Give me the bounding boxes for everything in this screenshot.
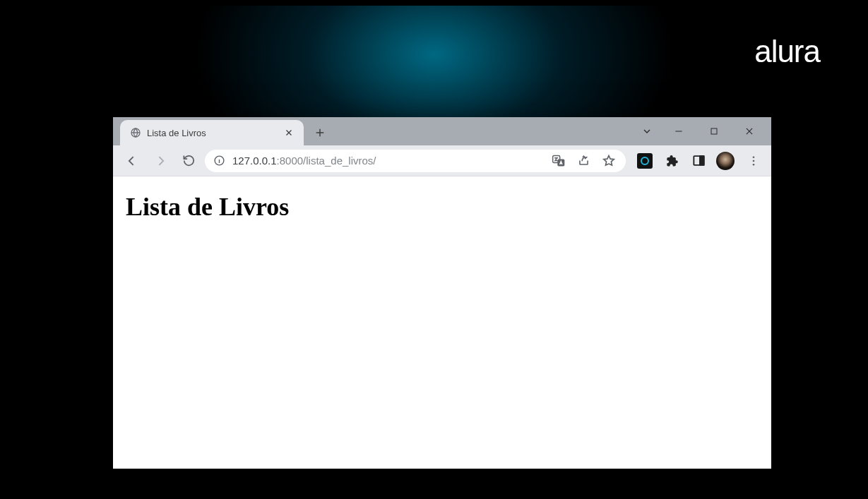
forward-button[interactable]: [148, 149, 172, 173]
site-info-icon[interactable]: [213, 155, 225, 167]
minimize-button[interactable]: [661, 117, 696, 145]
close-window-button[interactable]: [732, 117, 767, 145]
omnibox-actions: [552, 154, 616, 168]
reload-button[interactable]: [177, 149, 201, 173]
translate-icon[interactable]: [552, 154, 566, 168]
extensions-area: [630, 152, 764, 170]
extension-icon-1[interactable]: [636, 152, 654, 170]
url-host: 127.0.0.1: [232, 155, 277, 167]
address-bar[interactable]: 127.0.0.1:8000/lista_de_livros/: [205, 150, 626, 172]
url-path: /lista_de_livros/: [303, 155, 376, 167]
browser-toolbar: 127.0.0.1:8000/lista_de_livros/: [113, 145, 771, 176]
svg-point-7: [753, 156, 755, 158]
presentation-frame: alura Lista de Livros: [6, 6, 862, 493]
extensions-puzzle-icon[interactable]: [662, 152, 681, 170]
svg-point-8: [753, 160, 755, 162]
side-panel-icon[interactable]: [689, 152, 708, 170]
browser-tab[interactable]: Lista de Livros: [120, 120, 304, 145]
tab-title: Lista de Livros: [147, 128, 277, 138]
browser-menu-button[interactable]: [743, 155, 764, 167]
browser-window: Lista de Livros: [113, 117, 771, 469]
url-text: 127.0.0.1:8000/lista_de_livros/: [232, 155, 545, 167]
profile-avatar[interactable]: [716, 152, 735, 170]
page-content: Lista de Livros: [113, 176, 771, 469]
svg-point-9: [753, 163, 755, 165]
globe-icon: [130, 127, 141, 138]
maximize-button[interactable]: [696, 117, 732, 145]
bookmark-icon[interactable]: [602, 154, 616, 168]
url-port: :8000: [277, 155, 304, 167]
back-button[interactable]: [120, 149, 144, 173]
window-controls: [633, 117, 767, 145]
page-heading: Lista de Livros: [126, 192, 759, 222]
new-tab-button[interactable]: [309, 122, 331, 143]
tab-strip: Lista de Livros: [113, 117, 771, 145]
svg-rect-6: [700, 156, 704, 165]
brand-watermark: alura: [754, 34, 820, 69]
tabs-dropdown-button[interactable]: [633, 117, 661, 145]
svg-rect-1: [711, 128, 717, 134]
share-icon[interactable]: [577, 154, 590, 167]
close-tab-button[interactable]: [283, 126, 295, 139]
